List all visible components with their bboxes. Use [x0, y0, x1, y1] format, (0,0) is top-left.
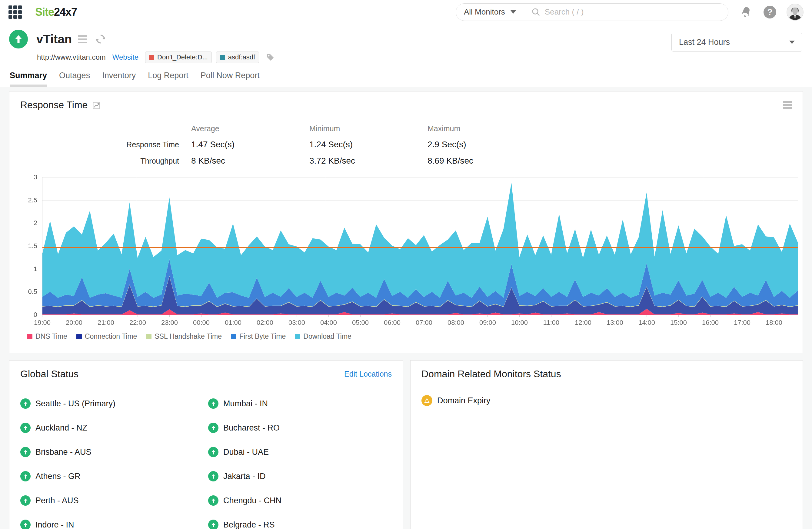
chart-legend: DNS TimeConnection TimeSSL Handshake Tim… [27, 332, 802, 340]
stats-col-header: Minimum [309, 124, 427, 133]
search-bar: All Monitors Search ( / ) [456, 3, 728, 21]
location-label: Perth - AUS [35, 496, 79, 505]
location-label: Jakarta - ID [223, 472, 266, 481]
location-list: Seattle - US (Primary)Auckland - NZBrisb… [10, 386, 403, 529]
status-up-icon [208, 471, 218, 482]
location-item[interactable]: Dubai - UAE [208, 447, 392, 457]
response-panel-title: Response Time [20, 99, 88, 111]
location-item[interactable]: Mumbai - IN [208, 398, 392, 409]
legend-item-dns-time[interactable]: DNS Time [27, 332, 67, 340]
time-range-dropdown[interactable]: Last 24 Hours [671, 33, 802, 52]
search-placeholder: Search ( / ) [545, 7, 584, 17]
logo-text-green: Site [35, 6, 54, 18]
legend-label: SSL Handshake Time [155, 332, 222, 340]
monitor-tag-chip[interactable]: Don't_Delete:D... [145, 52, 212, 63]
status-warning-icon [421, 395, 432, 406]
status-up-icon [208, 519, 218, 529]
status-up-icon [20, 398, 31, 409]
stats-col-header: Average [191, 124, 309, 133]
location-label: Athens - GR [35, 472, 81, 481]
monitor-status-up-icon [9, 30, 28, 48]
location-item[interactable]: Auckland - NZ [20, 423, 208, 433]
monitor-url: http://www.vtitan.com [37, 53, 106, 61]
tab-poll-now-report[interactable]: Poll Now Report [201, 71, 260, 87]
location-label: Bucharest - RO [223, 423, 280, 433]
legend-item-download-time[interactable]: Download Time [295, 332, 351, 340]
location-label: Auckland - NZ [35, 423, 87, 433]
tag-icon[interactable] [266, 53, 275, 62]
location-item[interactable]: Bucharest - RO [208, 423, 392, 433]
legend-swatch [76, 334, 82, 339]
time-range-label: Last 24 Hours [679, 38, 730, 47]
legend-swatch [27, 334, 32, 339]
stats-value: 3.72 KB/sec [309, 156, 427, 166]
status-up-icon [208, 447, 218, 457]
monitor-tag-chip[interactable]: asdf:asdf [216, 52, 259, 63]
status-up-icon [20, 471, 31, 482]
stats-col-header: Maximum [427, 124, 579, 133]
status-up-icon [20, 447, 31, 457]
response-time-panel: Response Time AverageMinimumMaximumRespo… [9, 91, 803, 353]
location-label: Seattle - US (Primary) [35, 399, 115, 408]
stats-value: 1.24 Sec(s) [309, 140, 427, 149]
chevron-down-icon [510, 10, 516, 14]
location-item[interactable]: Athens - GR [20, 471, 208, 482]
tab-outages[interactable]: Outages [59, 71, 90, 87]
location-item[interactable]: Perth - AUS [20, 495, 208, 506]
legend-item-ssl-handshake-time[interactable]: SSL Handshake Time [146, 332, 222, 340]
status-up-icon [208, 495, 218, 506]
search-input[interactable]: Search ( / ) [524, 7, 728, 17]
domain-monitor-list: Domain Expiry [410, 386, 802, 406]
legend-swatch [295, 334, 300, 339]
legend-label: First Byte Time [240, 332, 286, 340]
monitor-type-link[interactable]: Website [112, 53, 139, 61]
question-mark-icon: ? [764, 6, 776, 18]
location-item[interactable]: Belgrade - RS [208, 519, 392, 529]
panel-menu-icon[interactable] [783, 101, 792, 109]
location-item[interactable]: Jakarta - ID [208, 471, 392, 482]
legend-label: Connection Time [85, 332, 137, 340]
domain-monitor-label: Domain Expiry [437, 396, 491, 406]
domain-monitor-item[interactable]: Domain Expiry [421, 395, 792, 406]
trend-popout-icon[interactable] [92, 101, 101, 109]
tab-inventory[interactable]: Inventory [102, 71, 136, 87]
response-time-chart[interactable] [13, 172, 801, 329]
legend-label: DNS Time [35, 332, 67, 340]
location-item[interactable]: Seattle - US (Primary) [20, 398, 208, 409]
location-label: Brisbane - AUS [35, 447, 91, 457]
legend-item-first-byte-time[interactable]: First Byte Time [231, 332, 286, 340]
monitor-menu-icon[interactable] [78, 35, 87, 43]
global-status-panel: Global Status Edit Locations Seattle - U… [9, 360, 403, 529]
site24x7-logo[interactable]: Site24x7 [35, 6, 77, 18]
user-avatar[interactable] [786, 4, 803, 20]
tab-log-report[interactable]: Log Report [148, 71, 188, 87]
stats-row-label: Response Time [10, 140, 191, 149]
tag-label: Don't_Delete:D... [157, 53, 208, 61]
status-up-icon [20, 495, 31, 506]
location-item[interactable]: Chengdu - CHN [208, 495, 392, 506]
stats-value: 1.47 Sec(s) [191, 140, 309, 149]
status-up-icon [20, 519, 31, 529]
top-bar: Site24x7 All Monitors Search ( / ) [0, 0, 812, 24]
tab-summary[interactable]: Summary [10, 71, 47, 87]
app-grid-icon[interactable] [9, 5, 22, 19]
refresh-icon[interactable] [95, 33, 106, 45]
legend-swatch [231, 334, 236, 339]
edit-locations-link[interactable]: Edit Locations [344, 370, 392, 379]
legend-label: Download Time [303, 332, 351, 340]
location-item[interactable]: Brisbane - AUS [20, 447, 208, 457]
avatar-person-icon [787, 4, 803, 20]
location-label: Mumbai - IN [223, 399, 268, 408]
monitor-filter-dropdown[interactable]: All Monitors [456, 4, 524, 20]
help-button[interactable]: ? [764, 6, 776, 18]
bell-icon [740, 5, 752, 19]
stats-row-label: Throughput [10, 157, 191, 165]
location-item[interactable]: Indore - IN [20, 519, 208, 529]
divider [10, 116, 802, 116]
domain-panel-title: Domain Related Monitors Status [421, 368, 561, 380]
legend-item-connection-time[interactable]: Connection Time [76, 332, 137, 340]
stats-value: 2.9 Sec(s) [427, 140, 579, 149]
status-up-icon [208, 423, 218, 433]
notifications-button[interactable] [740, 5, 752, 19]
location-label: Chengdu - CHN [223, 496, 281, 505]
